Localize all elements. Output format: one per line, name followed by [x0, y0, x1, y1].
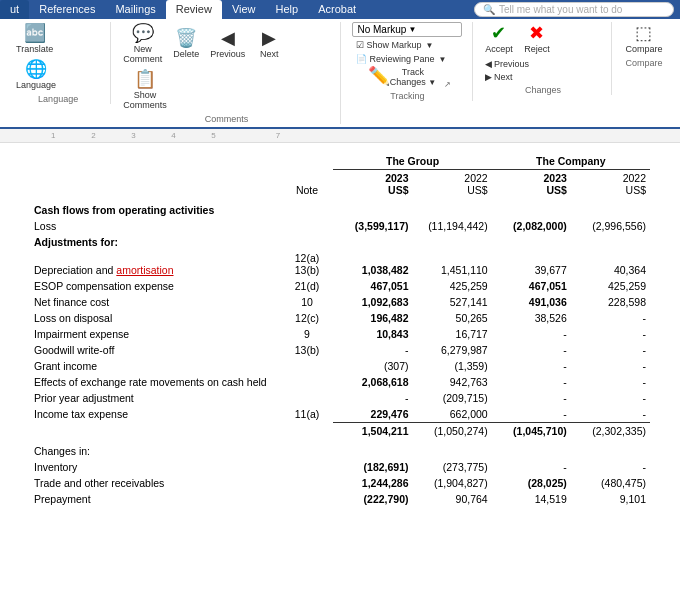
changes-group-label: Changes	[525, 85, 561, 95]
row-g2023: (3,599,117)	[333, 218, 412, 234]
compare-button[interactable]: ⬚ Compare	[621, 22, 666, 56]
row-g2022: 662,000	[413, 406, 492, 423]
row-label: Prior year adjustment	[30, 390, 281, 406]
row-g2023: 10,843	[333, 326, 412, 342]
row-note: 13(b)	[281, 342, 334, 358]
row-g2022: 90,764	[413, 491, 492, 507]
tab-ut[interactable]: ut	[0, 0, 29, 19]
ribbon-group-compare: ⬚ Compare Compare	[614, 22, 674, 68]
row-note	[281, 390, 334, 406]
c2023-header: 2023US$	[492, 169, 571, 198]
year-header-row: Note 2023US$ 2022US$ 2023US$ 2022US$	[30, 169, 650, 198]
table-row: Adjustments for:	[30, 234, 650, 250]
row-c2022: (2,302,335)	[571, 422, 650, 439]
row-c2022: 9,101	[571, 491, 650, 507]
table-row: ESOP compensation expense 21(d) 467,051 …	[30, 278, 650, 294]
delete-icon: 🗑️	[175, 29, 197, 49]
g2023-header: 2023US$	[333, 169, 412, 198]
amortisation-link[interactable]: amortisation	[116, 264, 173, 276]
row-g2022: (1,050,274)	[413, 422, 492, 439]
row-c2022: -	[571, 342, 650, 358]
tell-me-input[interactable]: 🔍 Tell me what you want to do	[474, 2, 674, 17]
compare-icon: ⬚	[635, 24, 652, 44]
row-g2023: (182,691)	[333, 459, 412, 475]
new-comment-icon: 💬	[132, 24, 154, 44]
g2022-header: 2022US$	[413, 169, 492, 198]
reviewing-pane-button[interactable]: 📄 Reviewing Pane ▼	[352, 53, 450, 65]
row-g2023: -	[333, 390, 412, 406]
reviewing-pane-icon: 📄	[356, 54, 367, 64]
accept-icon: ✔	[491, 24, 506, 44]
no-markup-dropdown[interactable]: No Markup ▼	[352, 22, 462, 37]
track-changes-icon: ✏️	[368, 67, 390, 87]
translate-button[interactable]: 🔤 Translate	[12, 22, 57, 56]
table-row: Impairment expense 9 10,843 16,717 - -	[30, 326, 650, 342]
previous-change-button[interactable]: ◀ Previous	[481, 58, 533, 70]
track-changes-button[interactable]: ✏️ TrackChanges ▼	[364, 65, 440, 89]
row-note: 12(a) 13(b)	[281, 250, 334, 278]
row-g2023: 229,476	[333, 406, 412, 423]
row-label	[30, 422, 281, 439]
language-button[interactable]: 🌐 Language	[12, 58, 60, 92]
row-note: 9	[281, 326, 334, 342]
next-change-icon: ▶	[485, 72, 492, 82]
ribbon-tabs: ut References Mailings Review View Help …	[0, 0, 680, 19]
tab-acrobat[interactable]: Acrobat	[308, 0, 366, 19]
section-title: Cash flows from operating activities	[30, 198, 650, 218]
ribbon-group-language: 🔤 Translate 🌐 Language Language	[6, 22, 111, 104]
row-c2023: 38,526	[492, 310, 571, 326]
row-g2023: 1,244,286	[333, 475, 412, 491]
tab-mailings[interactable]: Mailings	[105, 0, 165, 19]
table-row: Goodwill write-off 13(b) - 6,279,987 - -	[30, 342, 650, 358]
next-change-button[interactable]: ▶ Next	[481, 71, 533, 83]
tab-review[interactable]: Review	[166, 0, 222, 19]
row-note: 21(d)	[281, 278, 334, 294]
row-c2022: -	[571, 406, 650, 423]
row-c2023: 39,677	[492, 250, 571, 278]
row-note: 12(c)	[281, 310, 334, 326]
show-markup-button[interactable]: ☑ Show Markup ▼	[352, 39, 437, 51]
row-g2022: (209,715)	[413, 390, 492, 406]
ribbon-group-tracking: No Markup ▼ ☑ Show Markup ▼ 📄 Reviewing …	[343, 22, 473, 101]
row-g2023: 1,092,683	[333, 294, 412, 310]
table-row: Net finance cost 10 1,092,683 527,141 49…	[30, 294, 650, 310]
show-comments-button[interactable]: 📋 ShowComments	[119, 68, 171, 112]
reject-button[interactable]: ✖ Reject	[519, 22, 555, 56]
row-c2023: 491,036	[492, 294, 571, 310]
table-row: Grant income (307) (1,359) - -	[30, 358, 650, 374]
row-note	[281, 491, 334, 507]
ribbon: 🔤 Translate 🌐 Language Language 💬 NewCom…	[0, 19, 680, 129]
row-note: 11(a)	[281, 406, 334, 423]
next-comment-button[interactable]: ▶ Next	[251, 27, 287, 61]
row-g2022: 16,717	[413, 326, 492, 342]
tab-help[interactable]: Help	[266, 0, 309, 19]
group-header-row: The Group The Company	[30, 153, 650, 170]
table-row: Changes in:	[30, 439, 650, 459]
row-label: Grant income	[30, 358, 281, 374]
section-title-row: Cash flows from operating activities	[30, 198, 650, 218]
row-g2022: 425,259	[413, 278, 492, 294]
row-c2022: 228,598	[571, 294, 650, 310]
dropdown-caret: ▼	[408, 25, 457, 34]
previous-comment-button[interactable]: ◀ Previous	[206, 27, 249, 61]
language-group-label: Language	[38, 94, 78, 104]
show-markup-caret: ▼	[425, 41, 433, 50]
new-comment-button[interactable]: 💬 NewComment	[119, 22, 166, 66]
row-c2023: -	[492, 342, 571, 358]
tab-view[interactable]: View	[222, 0, 266, 19]
next-icon: ▶	[262, 29, 276, 49]
delete-comment-button[interactable]: 🗑️ Delete	[168, 27, 204, 61]
comments-buttons: 💬 NewComment 🗑️ Delete ◀ Previous ▶ Next…	[119, 22, 334, 112]
tab-references[interactable]: References	[29, 0, 105, 19]
row-c2023: -	[492, 374, 571, 390]
row-g2023: 2,068,618	[333, 374, 412, 390]
row-g2022: (11,194,442)	[413, 218, 492, 234]
row-g2022: 942,763	[413, 374, 492, 390]
row-label: Net finance cost	[30, 294, 281, 310]
document-area: The Group The Company Note 2023US$ 2022U…	[0, 143, 680, 605]
row-label: Income tax expense	[30, 406, 281, 423]
row-c2022: (2,996,556)	[571, 218, 650, 234]
row-g2023: (222,790)	[333, 491, 412, 507]
accept-button[interactable]: ✔ Accept	[481, 22, 517, 56]
translate-icon: 🔤	[24, 24, 46, 44]
